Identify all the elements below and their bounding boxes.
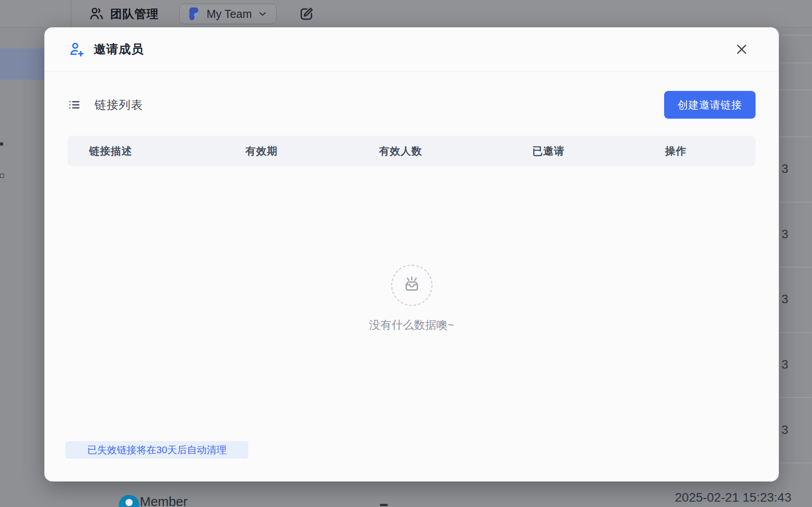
page-title: 团队管理 [110, 6, 159, 22]
person-add-icon [68, 41, 84, 57]
expiry-note: 已失效链接将在30天后自动清理 [65, 441, 248, 459]
invite-members-modal: 邀请成员 链接列表 创建邀请链接 链接描述 有效期 有效人数 已邀请 操作 [44, 27, 779, 481]
modal-title: 邀请成员 [94, 41, 144, 57]
column-header-invited: 已邀请 [532, 136, 565, 166]
sidebar-text-fragment [0, 174, 4, 178]
row-timestamp: 2025-02-21 15:23:43 [675, 490, 791, 505]
column-header-actions: 操作 [665, 136, 687, 166]
background-member-row: Member 2025-02-21 15:23:43 [0, 481, 812, 507]
link-list-section-header: 链接列表 创建邀请链接 [68, 91, 756, 119]
partial-timestamp-cell: 3 [782, 292, 808, 306]
partial-timestamp-cell: 3 [782, 228, 808, 241]
link-table-header: 链接描述 有效期 有效人数 已邀请 操作 [68, 136, 756, 166]
empty-value-dash [380, 504, 388, 506]
member-role-label: Member [140, 494, 187, 507]
partial-timestamp-cell: 3 [782, 358, 808, 372]
list-icon [68, 98, 81, 112]
empty-inbox-icon [391, 265, 432, 306]
close-icon[interactable] [734, 42, 749, 57]
modal-header: 邀请成员 [44, 27, 779, 72]
sidebar-selected-item[interactable] [0, 48, 44, 80]
chevron-down-icon [257, 9, 268, 19]
edit-team-button[interactable] [298, 5, 315, 22]
background-table-edge: 3 3 3 3 3 [779, 28, 812, 507]
column-header-validity: 有效期 [246, 136, 278, 166]
partial-timestamp-cell: 3 [782, 162, 808, 176]
team-selector[interactable]: My Team [179, 4, 276, 24]
member-avatar [119, 495, 139, 507]
create-invite-link-button[interactable]: 创建邀请链接 [664, 91, 756, 119]
background-top-bar: 团队管理 My Team [0, 0, 812, 28]
team-logo-icon [186, 6, 201, 21]
empty-state-text: 没有什么数据噢~ [369, 318, 454, 332]
team-name-label: My Team [207, 8, 252, 21]
empty-state: 没有什么数据噢~ [44, 265, 779, 332]
column-header-description: 链接描述 [89, 136, 132, 166]
partial-timestamp-cell: 3 [782, 423, 808, 437]
column-header-capacity: 有效人数 [379, 136, 422, 166]
sidebar-divider [71, 0, 71, 28]
team-management-icon [88, 6, 104, 22]
section-title: 链接列表 [95, 97, 143, 113]
sidebar-text-fragment [0, 142, 3, 146]
